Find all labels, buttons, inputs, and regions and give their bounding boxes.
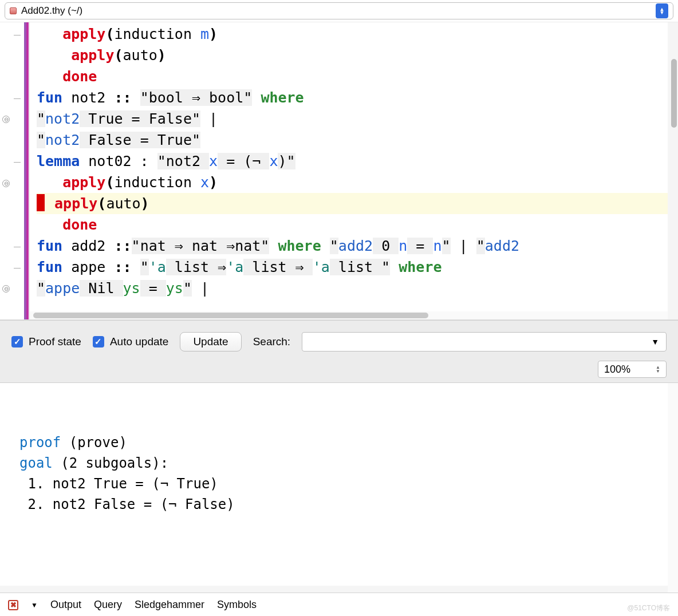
- code-token: n: [399, 238, 407, 254]
- code-view[interactable]: apply(induction m) apply(auto) donefun n…: [30, 22, 678, 319]
- horizontal-scrollbar[interactable]: [0, 586, 668, 593]
- code-token: list ⇒: [243, 259, 312, 275]
- proof-state-checkbox[interactable]: ✓ Proof state: [11, 335, 81, 348]
- code-token: ): [209, 174, 218, 191]
- text-cursor: [37, 194, 45, 211]
- file-dropdown-button[interactable]: ▲ ▼: [656, 3, 668, 18]
- tab-sledgehammer[interactable]: Sledgehammer: [135, 599, 204, 611]
- update-button[interactable]: Update: [180, 332, 241, 352]
- code-token: add2: [62, 238, 114, 254]
- code-token: fun: [37, 259, 62, 275]
- theory-file-icon: [10, 7, 17, 14]
- output-token: (prove): [61, 435, 127, 451]
- zoom-value: 100%: [604, 364, 630, 376]
- output-token: 1. not2 True = (¬ True): [19, 476, 218, 492]
- code-token: induction: [114, 174, 200, 191]
- search-label: Search:: [253, 335, 290, 348]
- code-line[interactable]: apply(induction x): [37, 172, 678, 193]
- code-token: =: [407, 238, 433, 254]
- code-token: appe: [45, 280, 80, 297]
- zoom-spinner[interactable]: 100% ▲▼: [598, 361, 667, 378]
- code-token: where: [261, 89, 303, 106]
- code-token: ys: [166, 280, 183, 297]
- code-token: apply: [62, 174, 105, 191]
- code-token: not2: [45, 132, 80, 148]
- gutter-proof-bar: [26, 22, 29, 319]
- auto-update-checkbox[interactable]: ✓ Auto update: [93, 335, 168, 348]
- file-select[interactable]: Add02.thy (~/) ▲ ▼: [5, 2, 673, 19]
- scrollbar-thumb[interactable]: [33, 313, 428, 318]
- code-token: m: [200, 26, 209, 42]
- tab-query[interactable]: Query: [94, 599, 122, 611]
- code-token: n: [433, 238, 442, 254]
- code-token: where: [278, 238, 321, 254]
- code-line[interactable]: apply(auto): [37, 45, 678, 66]
- code-line[interactable]: fun appe :: "'a list ⇒'a list ⇒ 'a list …: [37, 256, 678, 278]
- gutter: ⊖⊖⊖: [0, 22, 30, 319]
- code-token: ": [37, 110, 45, 127]
- code-line[interactable]: apply(auto): [37, 193, 678, 214]
- code-token: 'a: [149, 259, 166, 275]
- code-token: 'a: [313, 259, 330, 275]
- code-token: ": [330, 238, 338, 254]
- fold-line-icon: [14, 98, 21, 99]
- code-line[interactable]: "not2 False = True": [37, 129, 678, 151]
- code-token: [390, 259, 399, 275]
- code-token: ): [141, 195, 149, 212]
- code-line[interactable]: "not2 True = False" |: [37, 108, 678, 129]
- fold-toggle-icon[interactable]: ⊖: [2, 285, 10, 293]
- code-line[interactable]: done: [37, 214, 678, 235]
- output-line: proof (prove): [19, 432, 672, 453]
- code-token: x: [269, 153, 278, 169]
- code-token: apply: [62, 26, 105, 42]
- code-token: auto: [123, 47, 157, 64]
- proof-state-label: Proof state: [29, 335, 81, 348]
- code-token: appe: [62, 259, 114, 275]
- output-panel[interactable]: proof (prove)goal (2 subgoals): 1. not2 …: [0, 383, 678, 593]
- tab-output[interactable]: Output: [50, 599, 81, 611]
- code-line[interactable]: apply(induction m): [37, 23, 678, 45]
- code-token: apply: [71, 47, 114, 64]
- scrollbar-thumb[interactable]: [671, 59, 677, 128]
- code-token: apply: [54, 195, 97, 212]
- output-line: 2. not2 False = (¬ False): [19, 494, 672, 515]
- file-title: Add02.thy (~/): [21, 5, 82, 17]
- code-line[interactable]: "appe Nil ys = ys" |: [37, 278, 678, 299]
- code-token: induction: [114, 26, 200, 42]
- bottom-tab-bar: ✖ ▼ Output Query Sledgehammer Symbols @5…: [0, 593, 678, 616]
- code-line[interactable]: lemma not02 : "not2 x = (¬ x)": [37, 151, 678, 172]
- code-token: not2: [62, 89, 114, 106]
- search-dropdown[interactable]: ▼: [302, 332, 667, 352]
- code-token: ": [183, 280, 192, 297]
- checkbox-checked-icon: ✓: [11, 336, 23, 348]
- fold-line-icon: [14, 35, 21, 35]
- vertical-scrollbar[interactable]: [668, 22, 678, 319]
- code-token: =: [140, 280, 166, 297]
- horizontal-scrollbar[interactable]: [30, 311, 668, 319]
- code-token: 0: [373, 238, 399, 254]
- code-token: [321, 238, 330, 254]
- output-line: 1. not2 True = (¬ True): [19, 473, 672, 494]
- vertical-scrollbar[interactable]: [668, 383, 678, 593]
- code-token: ::: [114, 89, 131, 106]
- fold-toggle-icon[interactable]: ⊖: [2, 116, 10, 123]
- error-icon[interactable]: ✖: [8, 600, 18, 610]
- fold-toggle-icon[interactable]: ⊖: [2, 180, 10, 187]
- code-line[interactable]: fun add2 ::"nat ⇒ nat ⇒nat" where "add2 …: [37, 235, 678, 256]
- caret-down-icon: ▼: [660, 11, 665, 14]
- code-token: ": [192, 110, 200, 127]
- code-token: lemma: [37, 153, 80, 169]
- code-token: False = True: [80, 132, 192, 148]
- tab-symbols[interactable]: Symbols: [217, 599, 257, 611]
- output-toolbar: ✓ Proof state ✓ Auto update Update Searc…: [0, 320, 678, 383]
- code-token: ": [476, 238, 485, 254]
- chevron-down-icon[interactable]: ▼: [31, 601, 38, 609]
- spinner-arrows-icon[interactable]: ▲▼: [656, 365, 660, 373]
- code-token: ": [140, 259, 149, 275]
- code-token: (: [105, 174, 114, 191]
- code-token: ": [37, 280, 45, 297]
- checkbox-checked-icon: ✓: [93, 336, 104, 348]
- code-line[interactable]: fun not2 :: "bool ⇒ bool" where: [37, 87, 678, 108]
- output-line: goal (2 subgoals):: [19, 453, 672, 473]
- code-line[interactable]: done: [37, 66, 678, 87]
